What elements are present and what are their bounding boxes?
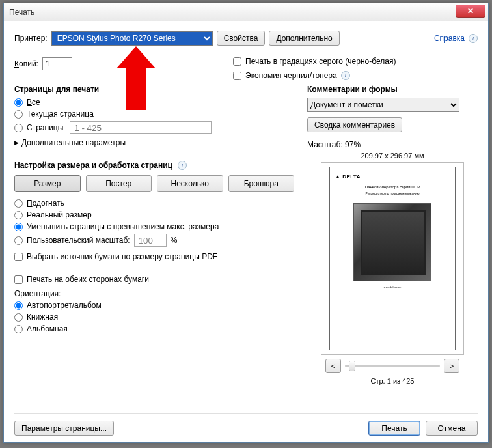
- preview-doc-title: Панели оператора серии DOP: [335, 185, 450, 189]
- comments-section-title: Комментарии и формы: [307, 85, 478, 94]
- grayscale-checkbox[interactable]: [233, 57, 241, 66]
- custom-scale-radio[interactable]: [14, 236, 23, 245]
- print-dialog: Печать ✕ Принтер: EPSON Stylus Photo R27…: [3, 3, 489, 443]
- sizing-section-title: Настройка размера и обработка страниц: [14, 161, 172, 170]
- print-button[interactable]: Печать: [368, 421, 420, 436]
- printer-label: Принтер:: [14, 34, 48, 43]
- custom-scale-input[interactable]: [134, 234, 167, 247]
- size-tab-button[interactable]: Размер: [14, 175, 81, 192]
- orient-auto-radio[interactable]: [14, 301, 23, 310]
- custom-label: Пользовательский масштаб:: [27, 236, 130, 245]
- printer-select[interactable]: EPSON Stylus Photo R270 Series: [51, 31, 213, 46]
- pages-range-input[interactable]: [70, 121, 212, 134]
- help-icon[interactable]: i: [469, 34, 478, 43]
- titlebar: Печать ✕: [4, 3, 488, 21]
- orient-land-radio[interactable]: [14, 325, 23, 333]
- pages-section-title: Страницы для печати: [14, 85, 294, 94]
- pages-all-radio[interactable]: [14, 98, 23, 107]
- orient-portrait-label: Книжная: [27, 313, 58, 322]
- fit-radio[interactable]: [14, 199, 23, 208]
- comments-combo[interactable]: Документ и пометки: [307, 98, 459, 112]
- close-button[interactable]: ✕: [456, 5, 485, 18]
- copies-input[interactable]: [42, 57, 72, 70]
- orient-portrait-radio[interactable]: [14, 313, 23, 322]
- multiple-tab-button[interactable]: Несколько: [157, 175, 223, 192]
- page-setup-button[interactable]: Параметры страницы...: [14, 421, 114, 436]
- cancel-button[interactable]: Отмена: [426, 421, 478, 436]
- choose-source-checkbox[interactable]: [14, 253, 23, 261]
- percent-label: %: [171, 236, 178, 245]
- poster-tab-button[interactable]: Постер: [86, 175, 152, 192]
- pages-current-label: Текущая страница: [27, 109, 94, 119]
- preview-doc-sub: Руководство по программированию: [335, 191, 450, 195]
- shrink-radio[interactable]: [14, 223, 23, 231]
- window-title: Печать: [9, 8, 34, 17]
- save-ink-checkbox[interactable]: [233, 72, 241, 80]
- scale-value: 97%: [345, 140, 361, 149]
- info-icon[interactable]: i: [341, 71, 350, 80]
- actual-label: Реальный размер: [27, 210, 92, 219]
- orient-land-label: Альбомная: [27, 324, 68, 333]
- shrink-label: Уменьшить страницы с превышением макс. р…: [27, 222, 219, 231]
- pages-current-radio[interactable]: [14, 110, 23, 119]
- copies-label: Копий:: [14, 59, 38, 68]
- properties-button[interactable]: Свойства: [217, 31, 266, 46]
- scale-label: Масштаб:: [307, 140, 343, 149]
- grayscale-label: Печать в градациях серого (черно-белая): [245, 57, 396, 66]
- info-icon[interactable]: i: [178, 161, 187, 170]
- slider-thumb[interactable]: [349, 361, 355, 371]
- duplex-checkbox[interactable]: [14, 275, 23, 284]
- preview-brand: ▲ DELTA: [335, 174, 450, 180]
- preview-foot: www.delta.com: [335, 285, 450, 290]
- page-counter: Стр. 1 из 425: [307, 377, 478, 385]
- booklet-tab-button[interactable]: Брошюра: [228, 175, 295, 192]
- actual-radio[interactable]: [14, 211, 23, 219]
- save-ink-label: Экономия чернил/тонера: [245, 71, 337, 80]
- preview-image: [353, 203, 431, 281]
- advanced-button[interactable]: Дополнительно: [269, 31, 339, 46]
- preview-slider[interactable]: [345, 365, 440, 367]
- choose-source-label: Выбрать источник бумаги по размеру стран…: [27, 252, 217, 261]
- preview-prev-button[interactable]: <: [325, 359, 341, 373]
- preview-next-button[interactable]: >: [444, 359, 459, 373]
- page-dimensions: 209,97 x 296,97 мм: [307, 152, 478, 160]
- duplex-label: Печать на обеих сторонах бумаги: [27, 275, 149, 284]
- orient-auto-label: Автопортрет/альбом: [27, 301, 102, 310]
- chevron-right-icon: ▶: [14, 139, 19, 146]
- comments-summary-button[interactable]: Сводка комментариев: [307, 117, 402, 132]
- pages-range-radio[interactable]: [14, 124, 23, 132]
- more-options-toggle[interactable]: ▶Дополнительные параметры: [14, 138, 294, 147]
- orientation-label: Ориентация:: [14, 289, 294, 298]
- print-preview: ▲ DELTA Панели оператора серии DOP Руков…: [321, 162, 464, 355]
- help-link[interactable]: Справка: [434, 34, 465, 43]
- pages-range-label: Страницы: [27, 123, 63, 132]
